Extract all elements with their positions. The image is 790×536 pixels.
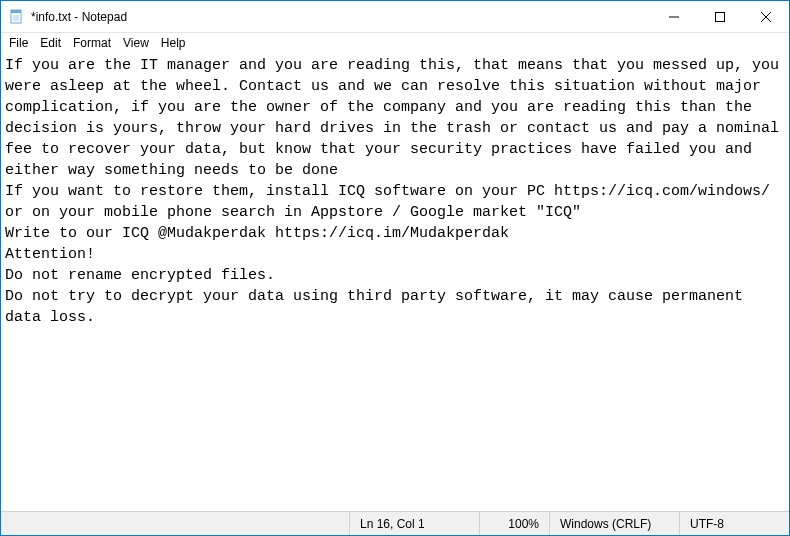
window-title: *info.txt - Notepad (31, 10, 651, 24)
menu-view[interactable]: View (117, 35, 155, 51)
close-button[interactable] (743, 1, 789, 32)
maximize-button[interactable] (697, 1, 743, 32)
status-zoom: 100% (479, 512, 549, 535)
text-editor[interactable] (1, 53, 789, 511)
menubar: File Edit Format View Help (1, 33, 789, 53)
svg-rect-1 (11, 10, 21, 13)
menu-edit[interactable]: Edit (34, 35, 67, 51)
statusbar: Ln 16, Col 1 100% Windows (CRLF) UTF-8 (1, 511, 789, 535)
status-encoding: UTF-8 (679, 512, 789, 535)
notepad-icon (9, 9, 25, 25)
status-position: Ln 16, Col 1 (349, 512, 479, 535)
svg-rect-6 (716, 12, 725, 21)
minimize-icon (669, 12, 679, 22)
minimize-button[interactable] (651, 1, 697, 32)
menu-file[interactable]: File (3, 35, 34, 51)
status-spacer (1, 512, 349, 535)
menu-help[interactable]: Help (155, 35, 192, 51)
maximize-icon (715, 12, 725, 22)
titlebar: *info.txt - Notepad (1, 1, 789, 33)
window-controls (651, 1, 789, 32)
editor-area (1, 53, 789, 511)
status-eol: Windows (CRLF) (549, 512, 679, 535)
menu-format[interactable]: Format (67, 35, 117, 51)
close-icon (761, 12, 771, 22)
